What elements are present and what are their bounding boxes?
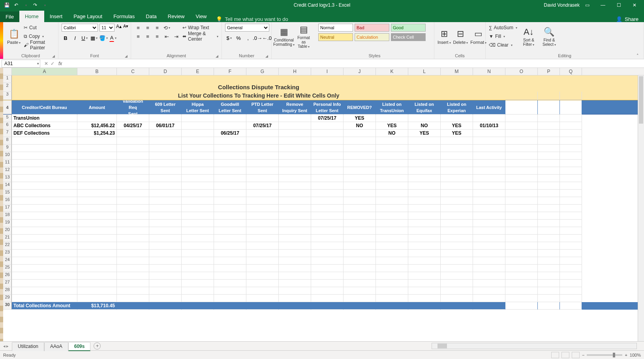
cell[interactable] [408, 220, 441, 227]
cell[interactable] [246, 287, 279, 295]
name-box[interactable]: A31▾ [2, 60, 40, 68]
cell[interactable] [344, 265, 376, 272]
cell[interactable] [279, 250, 311, 257]
cell[interactable] [149, 190, 182, 197]
zoom-level[interactable]: 100% [630, 353, 641, 357]
row-header[interactable]: 10 [3, 152, 12, 160]
cell[interactable] [473, 272, 505, 280]
user-name[interactable]: David Vondrasek [544, 2, 580, 8]
sheet-tab-aaoa[interactable]: AAoA [44, 342, 68, 351]
cell[interactable] [408, 152, 441, 160]
row-header[interactable]: 29 [3, 295, 12, 302]
cell[interactable] [344, 287, 376, 295]
cell[interactable] [149, 137, 182, 145]
cell[interactable] [408, 242, 441, 250]
cell[interactable] [279, 75, 311, 83]
cell[interactable] [12, 220, 77, 227]
cell[interactable] [149, 167, 182, 175]
cell[interactable] [376, 152, 408, 160]
zoom-in-icon[interactable]: + [625, 353, 627, 357]
cell[interactable] [538, 272, 560, 280]
clipboard-launcher-icon[interactable]: ◢ [52, 54, 55, 58]
cell[interactable] [214, 212, 246, 220]
formula-input[interactable] [64, 60, 644, 68]
cell[interactable] [279, 302, 311, 310]
cell[interactable] [560, 272, 582, 280]
cell[interactable] [214, 235, 246, 242]
cell[interactable] [149, 257, 182, 265]
cell[interactable] [505, 227, 538, 235]
cell[interactable] [182, 122, 214, 130]
cell[interactable] [538, 75, 560, 83]
cell[interactable] [408, 280, 441, 287]
tab-insert[interactable]: Insert [44, 11, 68, 22]
cell[interactable] [279, 295, 311, 302]
cell[interactable]: TransUnion [12, 115, 77, 122]
cell[interactable] [182, 75, 214, 83]
cell[interactable] [538, 212, 560, 220]
row-header[interactable]: 24 [3, 257, 12, 265]
cell[interactable] [376, 220, 408, 227]
cell[interactable] [538, 145, 560, 152]
cell[interactable] [246, 220, 279, 227]
cell[interactable] [214, 227, 246, 235]
cell[interactable] [538, 130, 560, 137]
cell[interactable] [408, 182, 441, 190]
currency-icon[interactable]: $ [225, 34, 233, 42]
cell[interactable] [376, 205, 408, 212]
cell[interactable] [246, 175, 279, 182]
cell[interactable] [279, 272, 311, 280]
decrease-font-icon[interactable]: A▾ [123, 24, 128, 32]
zoom-slider[interactable] [587, 354, 622, 356]
cell[interactable] [441, 137, 473, 145]
cell[interactable] [311, 235, 344, 242]
cell[interactable] [441, 250, 473, 257]
cell[interactable] [441, 175, 473, 182]
cell[interactable] [149, 295, 182, 302]
cell[interactable] [246, 235, 279, 242]
cell[interactable] [12, 137, 77, 145]
cell[interactable] [311, 302, 344, 310]
cell[interactable] [376, 227, 408, 235]
cell[interactable] [441, 265, 473, 272]
cell[interactable] [117, 235, 149, 242]
style-check-cell[interactable]: Check Cell [391, 33, 426, 41]
cell[interactable] [279, 122, 311, 130]
cell[interactable] [505, 235, 538, 242]
cell[interactable] [149, 287, 182, 295]
cell[interactable] [538, 190, 560, 197]
cell[interactable] [182, 190, 214, 197]
underline-icon[interactable]: U [81, 34, 88, 42]
cell[interactable]: YES [344, 115, 376, 122]
cell[interactable] [441, 205, 473, 212]
cell[interactable] [149, 75, 182, 83]
cell[interactable] [505, 130, 538, 137]
cell[interactable] [344, 182, 376, 190]
cell[interactable] [182, 227, 214, 235]
zoom-thumb[interactable] [613, 353, 615, 357]
cell[interactable] [473, 287, 505, 295]
style-normal[interactable]: Normal [318, 24, 353, 32]
cell[interactable] [538, 242, 560, 250]
row-header[interactable]: 18 [3, 212, 12, 220]
cell[interactable] [279, 257, 311, 265]
align-left-icon[interactable]: ≡ [134, 32, 142, 40]
cell[interactable] [538, 182, 560, 190]
view-page-break-icon[interactable] [572, 352, 580, 358]
cell[interactable] [344, 175, 376, 182]
cell[interactable] [505, 83, 538, 92]
fill-color-icon[interactable]: 🪣 [100, 34, 107, 42]
row-header[interactable]: 26 [3, 272, 12, 280]
cell[interactable]: $1,254.23 [77, 130, 117, 137]
add-sheet-button[interactable]: + [94, 342, 101, 350]
font-name-select[interactable]: Calibri [62, 24, 98, 32]
sheet-nav-next-icon[interactable]: ▸ [6, 344, 9, 349]
cell[interactable] [77, 75, 117, 83]
cell[interactable] [214, 167, 246, 175]
cell[interactable] [473, 227, 505, 235]
cell[interactable] [505, 145, 538, 152]
cell[interactable] [246, 205, 279, 212]
cell[interactable]: Listed onExperian [441, 100, 473, 115]
cell[interactable] [149, 265, 182, 272]
cell[interactable] [441, 220, 473, 227]
